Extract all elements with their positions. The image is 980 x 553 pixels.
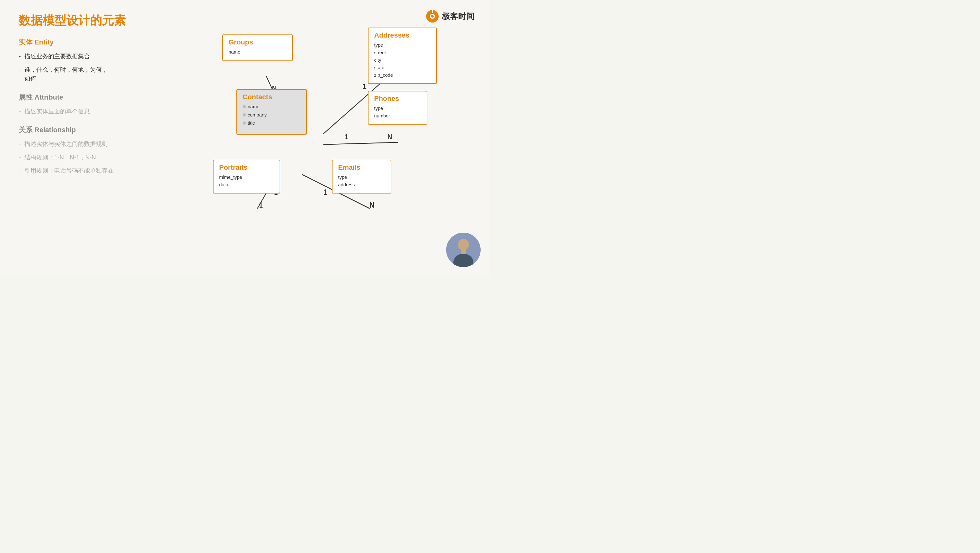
entity-portraits-attrs: mime_typedata: [219, 174, 274, 188]
dot-name: [243, 105, 246, 108]
section-attr-title: 属性 Attribute: [19, 93, 169, 102]
svg-text:1: 1: [363, 82, 366, 91]
entity-groups-title: Groups: [229, 38, 286, 46]
left-panel: 实体 Entity - 描述业务的主要数据集合 - 谁，什么，何时，何地，为何，…: [19, 38, 169, 180]
avatar: [446, 233, 480, 267]
logo-icon: [425, 10, 439, 23]
dot-title: [243, 121, 246, 124]
svg-text:N: N: [370, 201, 374, 209]
diagram: N N 1 N 1 N 1 1 1 N Groups name: [188, 25, 484, 264]
entity-addresses-title: Addresses: [374, 31, 431, 40]
logo: 极客时间: [425, 10, 474, 23]
entity-emails: Emails typeaddress: [332, 160, 391, 193]
bullet-entity-2: - 谁，什么，何时，何地，为何，如何: [19, 65, 169, 83]
entity-contacts-title: Contacts: [243, 93, 301, 101]
svg-text:1: 1: [259, 201, 262, 209]
entity-phones: Phones typenumber: [368, 91, 427, 124]
entity-emails-attrs: typeaddress: [338, 174, 385, 188]
entity-emails-title: Emails: [338, 163, 385, 172]
entity-groups: Groups name: [222, 35, 293, 61]
svg-point-2: [431, 15, 434, 18]
svg-text:1: 1: [323, 188, 327, 197]
slide: 数据模型设计的元素 极客时间 实体 Entity - 描述业务的主要数据集合 -…: [0, 0, 490, 276]
bullet-rel-2: - 结构规则：1-N，N-1，N-N: [19, 153, 169, 162]
svg-rect-22: [461, 250, 466, 254]
entity-contacts: Contacts name company title: [236, 89, 307, 135]
bullet-rel-1: - 描述实体与实体之间的数据规则: [19, 140, 169, 149]
logo-text: 极客时间: [442, 11, 474, 22]
svg-text:1: 1: [345, 132, 348, 141]
entity-addresses-attrs: typestreetcitystatezip_code: [374, 41, 431, 79]
svg-line-10: [323, 142, 398, 145]
entity-addresses: Addresses typestreetcitystatezip_code: [368, 27, 437, 84]
section-entity-title: 实体 Entity: [19, 38, 169, 47]
bullet-entity-1: - 描述业务的主要数据集合: [19, 52, 169, 61]
svg-point-20: [458, 239, 469, 250]
section-rel-title: 关系 Relationship: [19, 125, 169, 135]
entity-portraits-title: Portraits: [219, 163, 274, 172]
dot-company: [243, 113, 246, 116]
entity-phones-attrs: typenumber: [374, 105, 421, 120]
svg-text:N: N: [388, 132, 392, 141]
bullet-attr-1: - 描述实体里面的单个信息: [19, 107, 169, 116]
entity-groups-attrs: name: [229, 48, 286, 56]
entity-phones-title: Phones: [374, 94, 421, 103]
avatar-person-svg: [446, 233, 480, 267]
entity-portraits: Portraits mime_typedata: [213, 160, 280, 193]
bullet-rel-3: - 引用规则：电话号码不能单独存在: [19, 166, 169, 175]
